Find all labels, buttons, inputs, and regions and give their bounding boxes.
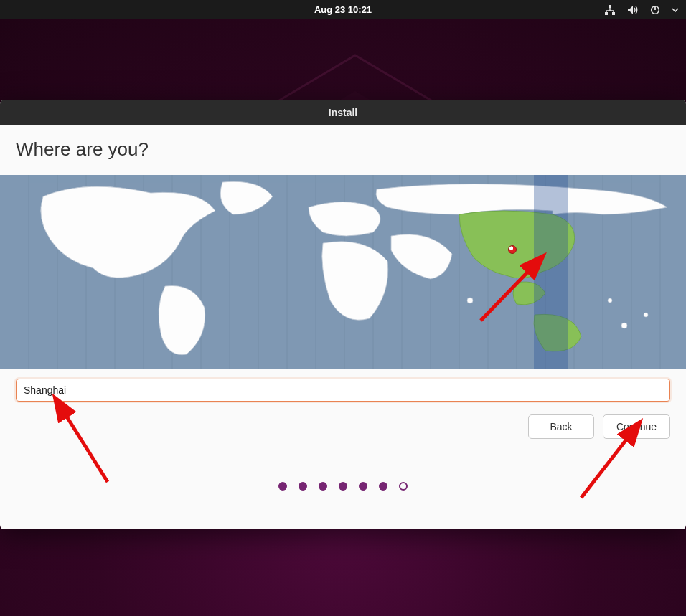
- desktop: Install Where are you?: [0, 19, 686, 616]
- world-map-svg: [0, 175, 686, 369]
- svg-point-30: [621, 323, 627, 328]
- progress-dots: [16, 482, 670, 491]
- progress-dot: [299, 482, 307, 491]
- svg-rect-1: [605, 12, 608, 15]
- network-wired-icon[interactable]: [604, 5, 616, 15]
- location-input[interactable]: [16, 379, 670, 402]
- power-icon[interactable]: [650, 5, 660, 15]
- svg-point-32: [608, 298, 612, 303]
- back-button[interactable]: Back: [528, 414, 594, 439]
- location-field-wrap: [16, 379, 670, 402]
- install-window: Install Where are you?: [0, 100, 686, 529]
- continue-button[interactable]: Continue: [603, 414, 670, 439]
- system-tray[interactable]: [604, 5, 679, 15]
- window-titlebar[interactable]: Install: [0, 100, 686, 125]
- svg-rect-0: [609, 5, 611, 8]
- progress-dot: [359, 482, 367, 491]
- timezone-map[interactable]: [0, 175, 686, 369]
- progress-dot-empty: [399, 482, 408, 491]
- gnome-top-bar: Aug 23 10:21: [0, 0, 686, 19]
- progress-dot: [339, 482, 347, 491]
- progress-dot: [319, 482, 327, 491]
- location-pin[interactable]: [508, 245, 517, 254]
- progress-dot: [278, 482, 287, 491]
- window-title: Install: [329, 107, 357, 118]
- svg-rect-2: [612, 12, 615, 15]
- svg-point-33: [467, 298, 473, 303]
- svg-point-31: [644, 313, 648, 317]
- page-heading: Where are you?: [16, 138, 670, 161]
- volume-icon[interactable]: [627, 5, 639, 15]
- install-body: Where are you?: [0, 125, 686, 529]
- selected-timezone-band: [534, 175, 568, 369]
- caret-down-icon[interactable]: [672, 6, 679, 14]
- nav-button-row: Back Continue: [16, 414, 670, 439]
- progress-dot: [379, 482, 387, 491]
- clock[interactable]: Aug 23 10:21: [314, 4, 372, 15]
